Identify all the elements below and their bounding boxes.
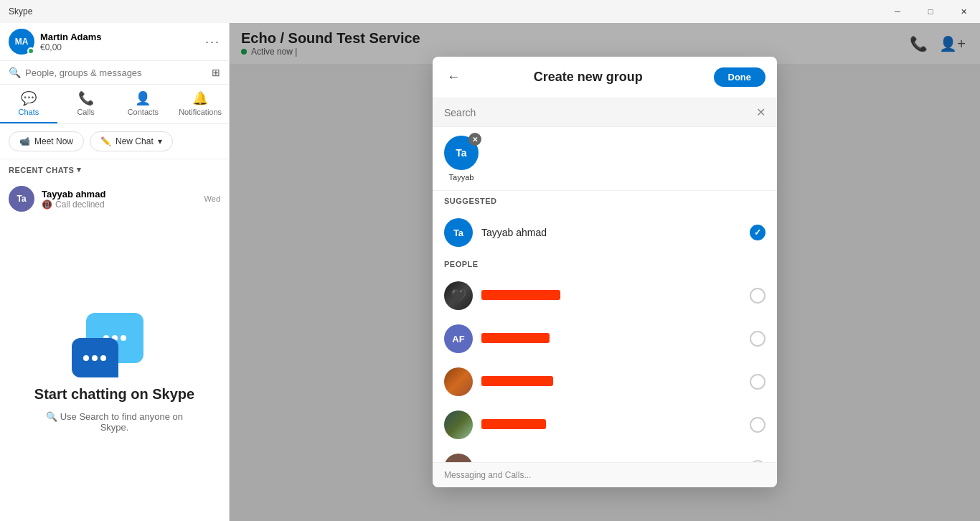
chevron-down-icon: ▾	[77, 165, 82, 174]
contact-item-4[interactable]	[433, 403, 777, 446]
tab-chats-label: Chats	[19, 108, 39, 116]
redacted-name-2	[481, 333, 550, 343]
app-title: Skype	[9, 6, 32, 17]
modal-search-input[interactable]	[444, 107, 750, 118]
meet-now-button[interactable]: 📹 Meet Now	[9, 131, 84, 151]
contact-checkbox-3[interactable]	[750, 374, 765, 390]
selected-contacts-area: Ta ✕ Tayyab	[433, 127, 777, 191]
maximize-button[interactable]: □	[914, 0, 947, 23]
minimize-button[interactable]: ─	[881, 0, 914, 23]
recent-chats-header: RECENT CHATS ▾	[0, 159, 229, 180]
grid-button[interactable]: ⊞	[212, 67, 220, 78]
online-status-dot	[27, 47, 34, 55]
search-input[interactable]	[25, 67, 207, 78]
contact-avatar-3	[444, 367, 473, 396]
main-content: Echo / Sound Test Service Active now | 📞…	[230, 23, 980, 521]
tab-contacts-label: Contacts	[128, 108, 159, 116]
notifications-icon: 🔔	[192, 90, 208, 106]
chevron-down-icon: ▾	[158, 136, 162, 146]
chat-bubbles-illustration	[72, 306, 158, 377]
user-name: Martin Adams	[40, 32, 101, 42]
contact-avatar-tayyab: Ta	[444, 218, 473, 247]
modal-header: ← Create new group Done	[433, 57, 777, 98]
nav-tabs: 💬 Chats 📞 Calls 👤 Contacts 🔔 Notificatio…	[0, 85, 229, 124]
chat-preview: 📵 Call declined	[42, 200, 197, 210]
user-info: MA Martin Adams €0,00	[9, 29, 101, 55]
meet-now-icon: 📹	[19, 136, 30, 146]
contact-item-5[interactable]: AA	[433, 446, 777, 462]
chat-avatar: Ta	[9, 186, 34, 212]
create-group-modal: ← Create new group Done ✕ Ta ✕ Tayyab	[433, 57, 777, 487]
start-chat-title: Start chatting on Skype	[34, 386, 194, 403]
search-icon: 🔍	[9, 67, 21, 78]
sidebar: MA Martin Adams €0,00 ··· 🔍 ⊞ 💬 Chats	[0, 23, 230, 521]
edit-icon: ✏️	[100, 136, 111, 146]
chats-icon: 💬	[21, 90, 37, 106]
back-button[interactable]: ←	[444, 67, 463, 88]
modal-search: ✕	[433, 98, 777, 127]
suggested-section-header: SUGGESTED	[433, 191, 777, 211]
more-options-button[interactable]: ···	[205, 34, 220, 50]
people-section-header: PEOPLE	[433, 254, 777, 274]
contact-avatar-5: AA	[444, 454, 473, 462]
chat-name: Tayyab ahmad	[42, 189, 197, 200]
contact-item-1[interactable]: 🖤	[433, 274, 777, 317]
user-details: Martin Adams €0,00	[40, 32, 101, 52]
search-bar: 🔍 ⊞	[0, 61, 229, 85]
selected-contact-name: Tayyab	[449, 173, 474, 182]
user-balance: €0,00	[40, 42, 101, 52]
contact-checkbox-4[interactable]	[750, 417, 765, 433]
modal-bottom: Messaging and Calls...	[433, 462, 777, 487]
chat-info: Tayyab ahmad 📵 Call declined	[42, 189, 197, 210]
tab-calls-label: Calls	[77, 108, 94, 116]
close-button[interactable]: ✕	[947, 0, 980, 23]
new-chat-button[interactable]: ✏️ New Chat ▾	[90, 131, 173, 151]
tab-notifications-label: Notifications	[179, 108, 222, 116]
window-controls: ─ □ ✕	[881, 0, 980, 23]
contact-avatar-2: AF	[444, 324, 473, 353]
start-chat-area: Start chatting on Skype 🔍 Use Search to …	[0, 217, 229, 521]
tab-calls[interactable]: 📞 Calls	[57, 85, 115, 123]
contact-item-2[interactable]: AF	[433, 317, 777, 360]
titlebar: Skype ─ □ ✕	[0, 0, 980, 23]
app-container: MA Martin Adams €0,00 ··· 🔍 ⊞ 💬 Chats	[0, 23, 980, 521]
contact-checkbox-tayyab[interactable]: ✓	[750, 225, 765, 240]
chat-time: Wed	[204, 194, 220, 203]
chat-item-tayyab[interactable]: Ta Tayyab ahmad 📵 Call declined Wed	[0, 180, 229, 217]
modal-title: Create new group	[470, 70, 707, 85]
contacts-list: SUGGESTED Ta Tayyab ahmad ✓ PEOPLE 🖤	[433, 191, 777, 462]
redacted-name-1	[481, 290, 560, 300]
search-clear-button[interactable]: ✕	[756, 105, 765, 119]
contact-checkbox-1[interactable]	[750, 288, 765, 304]
contact-item-3[interactable]	[433, 360, 777, 403]
contact-name-3	[481, 376, 741, 388]
contact-name-2	[481, 333, 741, 345]
contact-checkbox-2[interactable]	[750, 331, 765, 347]
selected-avatar: Ta ✕	[444, 136, 479, 170]
phone-icon: 📵	[42, 200, 52, 210]
contact-name-1	[481, 290, 741, 302]
tab-chats[interactable]: 💬 Chats	[0, 85, 57, 123]
search-icon-small: 🔍	[46, 411, 57, 422]
remove-contact-button[interactable]: ✕	[468, 133, 481, 146]
contact-avatar-4	[444, 410, 473, 439]
bubble-front	[72, 338, 118, 377]
checkmark-icon: ✓	[754, 227, 761, 238]
redacted-name-3	[481, 376, 553, 386]
selected-contact-tayyab: Ta ✕ Tayyab	[444, 136, 479, 182]
action-buttons: 📹 Meet Now ✏️ New Chat ▾	[0, 124, 229, 159]
contact-item-tayyab[interactable]: Ta Tayyab ahmad ✓	[433, 211, 777, 254]
contacts-icon: 👤	[135, 90, 151, 106]
contact-avatar-1: 🖤	[444, 281, 473, 310]
contact-name-4	[481, 419, 741, 431]
sidebar-header: MA Martin Adams €0,00 ···	[0, 23, 229, 61]
tab-contacts[interactable]: 👤 Contacts	[115, 85, 172, 123]
contact-name-tayyab: Tayyab ahmad	[481, 227, 741, 238]
start-chat-description: 🔍 Use Search to find anyone on Skype.	[43, 411, 187, 433]
avatar[interactable]: MA	[9, 29, 34, 55]
done-button[interactable]: Done	[714, 67, 766, 87]
tab-notifications[interactable]: 🔔 Notifications	[171, 85, 229, 123]
calls-icon: 📞	[78, 90, 94, 106]
redacted-name-4	[481, 419, 546, 429]
